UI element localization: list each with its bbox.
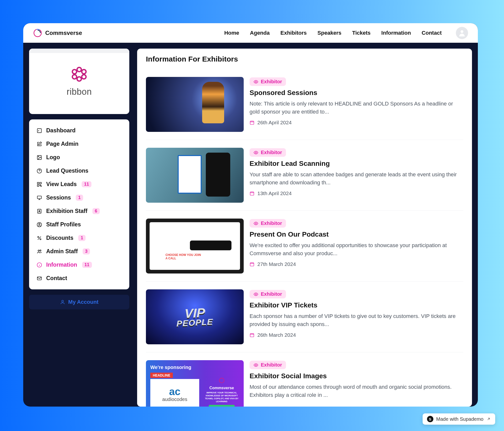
- category-tag: Exhibitor: [250, 219, 286, 228]
- nav-speakers[interactable]: Speakers: [318, 30, 341, 36]
- nav-agenda[interactable]: Agenda: [250, 30, 270, 36]
- calendar-icon: [250, 120, 254, 125]
- badge: 1: [78, 235, 86, 241]
- sidebar-item-exhibition-staff[interactable]: Exhibition Staff 6: [32, 204, 127, 218]
- article-title: Exhibitor Lead Scanning: [250, 160, 463, 168]
- tag-label: Exhibitor: [261, 291, 282, 297]
- article-body: Exhibitor Exhibitor Lead Scanning Your s…: [250, 148, 463, 203]
- article-row[interactable]: We're sponsoring HEADLINE ac audiocodes …: [146, 352, 463, 407]
- svg-point-28: [255, 81, 257, 82]
- svg-rect-33: [250, 263, 254, 266]
- article-row[interactable]: Exhibitor Exhibitor Lead Scanning Your s…: [146, 140, 463, 211]
- sidebar-item-logo[interactable]: Logo: [32, 151, 127, 164]
- app-window: Commsverse Home Agenda Exhibitors Speake…: [23, 23, 478, 407]
- article-row[interactable]: CHOOSE HOW YOU JOINA CALL Exhibitor Pres…: [146, 211, 463, 282]
- svg-point-18: [39, 210, 40, 211]
- sidebar-label: Lead Questions: [46, 168, 88, 174]
- category-tag: Exhibitor: [250, 361, 286, 369]
- article-date: 27th March 2024: [250, 261, 463, 267]
- svg-point-23: [38, 250, 40, 251]
- qr-icon: [36, 181, 42, 187]
- external-link-icon: [486, 417, 491, 421]
- calendar-icon: [250, 191, 254, 196]
- svg-point-20: [39, 223, 40, 225]
- eye-icon: [253, 150, 258, 155]
- nav-information[interactable]: Information: [381, 30, 411, 36]
- svg-point-37: [255, 364, 257, 366]
- svg-rect-35: [250, 334, 254, 337]
- my-account-label: My Account: [68, 299, 99, 305]
- sidebar-item-information[interactable]: Information 11: [32, 258, 127, 272]
- article-desc: Most of our attendance comes through wor…: [250, 383, 463, 399]
- svg-point-22: [40, 239, 41, 240]
- sidebar-label: Sessions: [46, 194, 71, 201]
- svg-point-27: [62, 300, 63, 302]
- sponsor-logo-card: ribbon: [29, 49, 129, 114]
- svg-rect-14: [40, 182, 41, 184]
- article-thumbnail: [146, 77, 244, 132]
- ribbon-logo: ribbon: [66, 66, 92, 97]
- article-row[interactable]: Exhibitor Sponsored Sessions Note: This …: [146, 69, 463, 140]
- id-card-icon: [36, 208, 42, 214]
- presentation-icon: [36, 195, 42, 201]
- users-icon: [36, 249, 42, 254]
- svg-point-4: [82, 70, 86, 74]
- article-thumbnail: [146, 148, 244, 203]
- supademo-icon: S: [427, 416, 433, 422]
- svg-rect-16: [37, 196, 42, 199]
- body: ribbon Dashboard Page Admin Logo: [23, 43, 478, 407]
- sidebar-item-sessions[interactable]: Sessions 1: [32, 191, 127, 204]
- article-body: Exhibitor Present On Our Podcast We're e…: [250, 219, 463, 273]
- sidebar-item-discounts[interactable]: Discounts 1: [32, 231, 127, 245]
- sidebar-menu: Dashboard Page Admin Logo Lead Questions…: [29, 119, 129, 289]
- svg-point-7: [72, 75, 77, 79]
- ribbon-wordmark: ribbon: [66, 87, 92, 97]
- svg-rect-13: [37, 182, 39, 184]
- brand[interactable]: Commsverse: [33, 28, 82, 38]
- nav-contact[interactable]: Contact: [422, 30, 442, 36]
- article-desc: Your staff are able to scan attendee bad…: [250, 170, 463, 187]
- sidebar-item-admin-staff[interactable]: Admin Staff 3: [32, 245, 127, 258]
- svg-point-3: [77, 67, 81, 72]
- sidebar-label: Dashboard: [46, 127, 76, 134]
- tag-label: Exhibitor: [261, 362, 282, 368]
- dashboard-icon: [36, 128, 42, 134]
- sidebar-item-contact[interactable]: Contact: [32, 272, 127, 285]
- supademo-label: Made with Supademo: [436, 416, 483, 422]
- sidebar-item-lead-questions[interactable]: Lead Questions: [32, 164, 127, 178]
- badge: 11: [82, 262, 92, 268]
- svg-point-6: [77, 77, 81, 81]
- sidebar-item-staff-profiles[interactable]: Staff Profiles: [32, 218, 127, 231]
- percent-icon: [36, 235, 42, 241]
- nav-exhibitors[interactable]: Exhibitors: [280, 30, 307, 36]
- article-row[interactable]: VIPPEOPLE Exhibitor Exhibitor VIP Ticket…: [146, 282, 463, 352]
- badge: 1: [76, 195, 83, 201]
- article-thumbnail: VIPPEOPLE: [146, 289, 244, 344]
- my-account-button[interactable]: My Account: [29, 295, 129, 309]
- sidebar-item-page-admin[interactable]: Page Admin: [32, 137, 127, 151]
- sidebar-item-dashboard[interactable]: Dashboard: [32, 124, 127, 137]
- nav-links: Home Agenda Exhibitors Speakers Tickets …: [224, 30, 442, 36]
- nav-tickets[interactable]: Tickets: [352, 30, 371, 36]
- sidebar-label: Information: [46, 262, 77, 268]
- page-title: Information For Exhibitors: [146, 55, 463, 63]
- svg-rect-15: [37, 185, 39, 186]
- sidebar-item-view-leads[interactable]: View Leads 11: [32, 178, 127, 191]
- brand-name: Commsverse: [45, 30, 82, 36]
- date-text: 27th March 2024: [257, 261, 296, 267]
- article-date: 13th April 2024: [250, 190, 463, 196]
- tag-label: Exhibitor: [261, 79, 282, 84]
- calendar-icon: [250, 262, 254, 267]
- svg-point-34: [255, 294, 257, 295]
- sidebar-label: Staff Profiles: [46, 221, 81, 228]
- sidebar-label: Discounts: [46, 235, 73, 241]
- user-avatar[interactable]: [456, 27, 468, 39]
- supademo-badge[interactable]: S Made with Supademo: [423, 413, 495, 425]
- svg-point-11: [38, 156, 39, 157]
- eye-icon: [253, 292, 258, 297]
- date-text: 26th April 2024: [257, 120, 292, 126]
- mail-icon: [36, 275, 42, 281]
- article-body: Exhibitor Exhibitor VIP Tickets Each spo…: [250, 289, 463, 344]
- nav-home[interactable]: Home: [224, 30, 239, 36]
- svg-point-8: [72, 70, 77, 74]
